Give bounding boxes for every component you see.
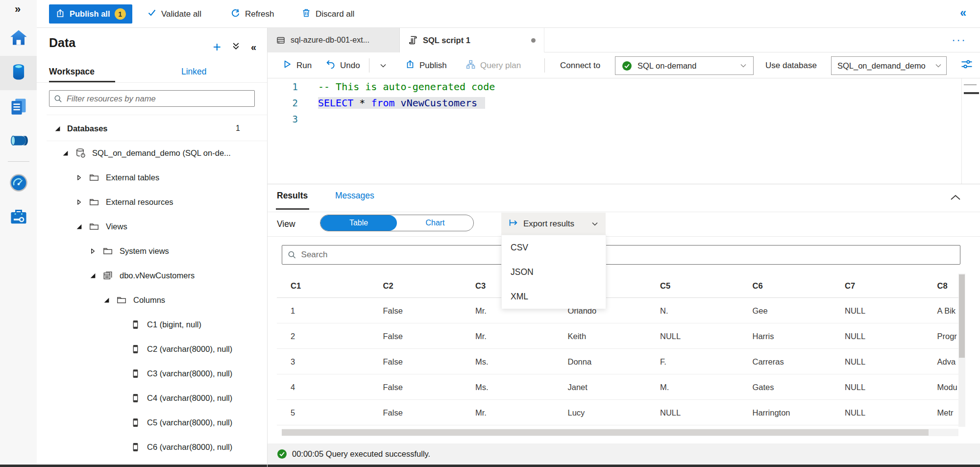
table-row[interactable]: 3FalseMs.DonnaF.CarrerasNULLAdva [277, 349, 958, 374]
tree-item[interactable]: Databases1 [37, 116, 267, 141]
results-search-box [282, 245, 960, 265]
rail-item-monitor[interactable] [0, 167, 37, 201]
table-cell: M. [646, 374, 739, 400]
table-cell: Donna [554, 349, 647, 374]
export-menu-item-json[interactable]: JSON [502, 260, 606, 284]
folder-icon [89, 197, 99, 207]
collapse-arrow-icon[interactable] [89, 271, 97, 279]
tree-item[interactable]: C5 (varchar(8000), null) [37, 410, 267, 435]
refresh-button[interactable]: Refresh [230, 0, 274, 28]
publish-button[interactable]: Publish [405, 52, 447, 78]
tree-item[interactable]: System views [37, 239, 267, 263]
tree-item-label: Columns [133, 295, 165, 305]
table-cell: A Bik [924, 298, 959, 323]
tree-item[interactable]: C3 (varchar(8000), null) [37, 361, 267, 386]
collapse-results-icon[interactable] [950, 194, 961, 203]
expand-arrow-icon[interactable] [75, 173, 83, 181]
filter-resources-input[interactable] [67, 94, 250, 103]
check-icon [147, 8, 157, 20]
collapse-arrow-icon[interactable] [61, 149, 69, 157]
view-toggle-chart[interactable]: Chart [397, 215, 473, 231]
view-toggle-table[interactable]: Table [320, 215, 397, 231]
collapse-panel-right-icon[interactable]: « [960, 6, 966, 20]
horizontal-scrollbar[interactable] [282, 429, 958, 436]
tree-item[interactable]: C4 (varchar(8000), null) [37, 386, 267, 410]
table-cell: Lucy [554, 400, 647, 425]
expand-arrow-icon[interactable] [89, 247, 97, 255]
sql-code-editor[interactable]: 1-- This is auto-generated code2SELECT *… [268, 78, 961, 184]
export-results-button[interactable]: Export results [501, 213, 606, 235]
export-icon [508, 218, 518, 230]
rail-item-home[interactable] [0, 22, 37, 56]
editor-settings-button[interactable] [960, 52, 974, 78]
tree-item[interactable]: External tables [37, 165, 267, 190]
tab-results[interactable]: Results [277, 191, 308, 201]
tree-item[interactable]: C1 (bigint, null) [37, 312, 267, 337]
synapse-studio-window: » Publish all 1 Validate all Refresh Dis… [0, 0, 980, 467]
table-cell: False [369, 374, 462, 400]
collapse-arrow-icon[interactable] [53, 124, 61, 132]
tree-item[interactable]: dbo.vNewCustomers [37, 263, 267, 288]
use-database-dropdown[interactable]: SQL_on_demand_demo [831, 56, 947, 75]
tree-item-label: C2 (varchar(8000), null) [147, 344, 232, 354]
tree-item[interactable]: Columns [37, 288, 267, 312]
publish-all-button[interactable]: Publish all 1 [49, 4, 132, 24]
table-cell: Keith [554, 323, 647, 349]
export-menu-item-xml[interactable]: XML [502, 284, 606, 309]
tree-item[interactable]: C2 (varchar(8000), null) [37, 337, 267, 361]
column-header-c8: C8 [924, 273, 959, 298]
tab-workspace[interactable]: Workspace [49, 67, 95, 77]
expand-arrow-icon[interactable] [75, 198, 83, 206]
tree-item[interactable]: C6 (varchar(8000), null) [37, 435, 267, 459]
add-resource-icon[interactable]: + [213, 41, 221, 53]
tree-item-label: Views [106, 222, 127, 231]
rail-item-develop[interactable] [0, 90, 37, 124]
rail-item-data[interactable] [0, 56, 37, 90]
tree-item[interactable]: Views [37, 214, 267, 239]
tab-sql-script-1[interactable]: SQL script 1 [400, 28, 544, 52]
tab-sql-azure-db[interactable]: sql-azure-db-001-ext... [268, 28, 400, 52]
query-plan-button[interactable]: Query plan [466, 52, 521, 78]
chevron-down-icon [379, 62, 387, 70]
tree-item[interactable]: SQL_on_demand_demo (SQL on-de... [37, 141, 267, 165]
rail-divider [8, 161, 29, 167]
tab-messages[interactable]: Messages [335, 191, 374, 201]
run-button[interactable]: Run [282, 52, 312, 78]
more-actions-icon[interactable]: ··· [952, 33, 966, 47]
tree-item-label: C5 (varchar(8000), null) [147, 418, 232, 427]
vertical-scrollbar[interactable] [958, 273, 965, 427]
table-cell: False [369, 298, 462, 323]
results-search-input[interactable] [301, 250, 955, 260]
table-row[interactable]: 4FalseMs.JanetM.GatesNULLModu [277, 374, 958, 400]
table-row[interactable]: 2FalseMr.KeithNULLHarrisNULLProgr [277, 323, 958, 349]
collapse-all-icon[interactable] [232, 42, 240, 53]
scrollbar-thumb[interactable] [959, 274, 965, 358]
connect-to-dropdown[interactable]: SQL on-demand [615, 56, 754, 75]
table-row[interactable]: 1FalseMr.OrlandoN.GeeNULLA Bik [277, 298, 958, 323]
expand-rail-icon[interactable]: » [15, 3, 21, 16]
collapse-arrow-icon[interactable] [102, 296, 110, 304]
code-line: 3 [268, 111, 961, 127]
rail-item-manage[interactable] [0, 201, 37, 235]
export-menu-item-csv[interactable]: CSV [502, 235, 606, 260]
collapse-data-panel-icon[interactable]: « [251, 42, 256, 53]
search-icon [53, 94, 63, 103]
tree-item[interactable]: External resources [37, 190, 267, 214]
undo-button[interactable]: Undo [325, 52, 360, 78]
code-segment: from [371, 97, 394, 109]
collapse-arrow-icon[interactable] [75, 222, 83, 230]
run-options-chevron[interactable] [379, 52, 387, 78]
table-row[interactable]: 5FalseMr.LucyNULLHarringtonNULLMetr [277, 400, 958, 425]
table-cell: 1 [277, 298, 369, 323]
line-number: 2 [268, 98, 298, 108]
rail-item-integrate[interactable] [0, 124, 37, 159]
validate-all-button[interactable]: Validate all [147, 0, 201, 28]
results-grid-header: C1C2C3C4C5C6C7C8 [277, 273, 958, 298]
tree-item-label: External tables [106, 173, 159, 182]
table-cell: Mr. [462, 323, 554, 349]
discard-all-button[interactable]: Discard all [301, 0, 354, 28]
trash-icon [301, 8, 311, 20]
tab-linked[interactable]: Linked [181, 67, 207, 77]
column-icon [130, 368, 141, 379]
scrollbar-thumb[interactable] [282, 429, 929, 436]
